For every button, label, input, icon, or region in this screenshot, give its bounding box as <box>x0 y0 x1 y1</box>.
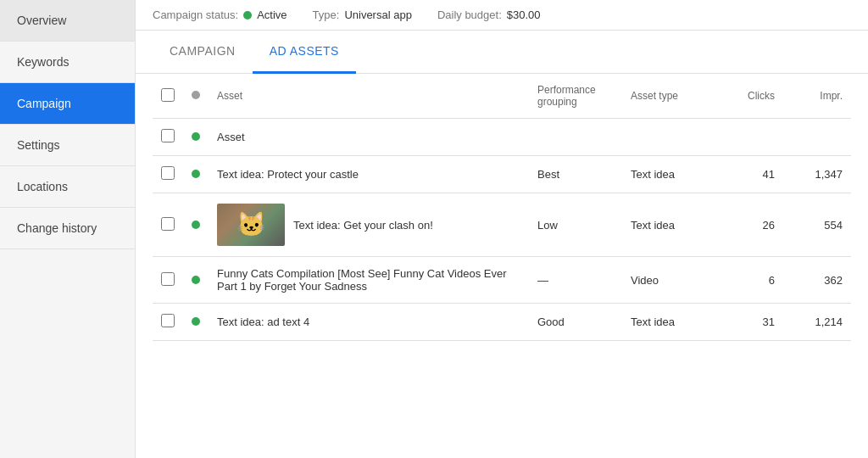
tab-campaign[interactable]: CAMPAIGN <box>153 31 253 74</box>
row-asset-cell: Text idea: Protect your castle <box>209 156 529 193</box>
row-performance-cell: Low <box>529 193 622 257</box>
type-value: Text idea <box>631 168 675 181</box>
sidebar-item-locations[interactable]: Locations <box>0 166 135 208</box>
row-status-cell <box>183 257 209 304</box>
budget-label: Daily budget: <box>437 8 502 21</box>
row-checkbox[interactable] <box>161 166 175 180</box>
row-type-cell <box>622 119 715 156</box>
row-checkbox-cell <box>153 304 183 341</box>
asset-name: Asset <box>217 131 245 143</box>
row-performance-cell: Best <box>529 156 622 193</box>
row-impr-cell: 362 <box>783 257 851 304</box>
table-area: Asset Performance grouping Asset type Cl… <box>136 74 868 458</box>
sidebar-item-label: Locations <box>17 180 68 193</box>
campaign-type: Type: Universal app <box>313 8 412 21</box>
budget-value: $30.00 <box>507 8 541 21</box>
table-header-row: Asset Performance grouping Asset type Cl… <box>153 74 851 119</box>
row-checkbox-cell <box>153 257 183 304</box>
campaign-status-label: Campaign status: <box>153 8 238 21</box>
row-asset-cell: Text idea: ad text 4 <box>209 304 529 341</box>
asset-name: Funny Cats Compilation [Most See] Funny … <box>217 267 507 293</box>
select-all-checkbox[interactable] <box>161 88 175 102</box>
col-header-status <box>183 74 209 119</box>
row-status-cell <box>183 304 209 341</box>
header-status-dot <box>192 91 200 99</box>
row-checkbox-cell <box>153 193 183 257</box>
asset-name: Text idea: ad text 4 <box>217 316 309 328</box>
daily-budget: Daily budget: $30.00 <box>437 8 541 21</box>
performance-value: Best <box>537 168 559 181</box>
sidebar-item-campaign[interactable]: Campaign <box>0 83 135 125</box>
row-type-cell: Text idea <box>622 304 715 341</box>
row-checkbox[interactable] <box>161 129 175 142</box>
table-row: Text idea: ad text 4 Good Text idea 31 1… <box>153 304 851 341</box>
impr-value: 362 <box>824 274 843 287</box>
type-value: Video <box>631 274 659 287</box>
row-status-dot <box>192 221 200 229</box>
status-dot-green <box>243 11 252 20</box>
col-header-type: Asset type <box>622 74 715 119</box>
row-status-dot <box>192 317 200 326</box>
clicks-value: 6 <box>769 274 775 287</box>
type-label: Type: <box>313 8 340 21</box>
type-value: Universal app <box>344 8 412 21</box>
type-value: Text idea <box>631 219 675 232</box>
row-type-cell: Text idea <box>622 156 715 193</box>
clicks-value: 31 <box>763 316 775 328</box>
col-header-asset: Asset <box>209 74 529 119</box>
row-impr-cell: 1,214 <box>783 304 851 341</box>
col-header-clicks: Clicks <box>715 74 783 119</box>
assets-table: Asset Performance grouping Asset type Cl… <box>153 74 851 341</box>
row-performance-cell: — <box>529 257 622 304</box>
col-header-checkbox <box>153 74 183 119</box>
row-checkbox[interactable] <box>161 217 175 231</box>
sidebar-item-label: Campaign <box>17 97 71 110</box>
campaign-status: Campaign status: Active <box>153 8 287 21</box>
col-header-impr: Impr. <box>783 74 851 119</box>
cat-image: 🐱 <box>236 213 266 237</box>
sidebar: Overview Keywords Campaign Settings Loca… <box>0 0 136 458</box>
impr-value: 554 <box>824 219 843 232</box>
type-value: Text idea <box>631 316 675 328</box>
table-row: Text idea: Protect your castle Best Text… <box>153 156 851 193</box>
col-header-performance: Performance grouping <box>529 74 622 119</box>
impr-value: 1,214 <box>815 316 843 328</box>
sidebar-item-label: Overview <box>17 14 66 27</box>
clicks-value: 41 <box>763 168 775 181</box>
clicks-value: 26 <box>763 219 775 232</box>
row-checkbox[interactable] <box>161 272 175 286</box>
tab-ad-assets[interactable]: AD ASSETS <box>253 31 356 74</box>
performance-value: Good <box>537 316 565 328</box>
table-row: 🐱 Text idea: Get your clash on! Low Text <box>153 193 851 257</box>
row-type-cell: Text idea <box>622 193 715 257</box>
video-thumbnail: 🐱 <box>217 204 285 246</box>
sidebar-item-change-history[interactable]: Change history <box>0 208 135 249</box>
tab-bar: CAMPAIGN AD ASSETS <box>136 31 868 74</box>
row-status-dot <box>192 132 200 141</box>
row-asset-cell: 🐱 Text idea: Get your clash on! <box>209 193 529 257</box>
row-impr-cell <box>783 119 851 156</box>
row-checkbox-cell <box>153 156 183 193</box>
row-checkbox[interactable] <box>161 314 175 327</box>
sidebar-item-keywords[interactable]: Keywords <box>0 42 135 83</box>
row-impr-cell: 554 <box>783 193 851 257</box>
performance-value: Low <box>537 219 558 232</box>
row-performance-cell: Good <box>529 304 622 341</box>
topbar: Campaign status: Active Type: Universal … <box>136 0 868 31</box>
row-status-cell <box>183 156 209 193</box>
impr-value: 1,347 <box>815 168 843 181</box>
row-checkbox-cell <box>153 119 183 156</box>
sidebar-item-settings[interactable]: Settings <box>0 125 135 166</box>
row-clicks-cell: 26 <box>715 193 783 257</box>
row-clicks-cell <box>715 119 783 156</box>
row-status-dot <box>192 170 200 178</box>
asset-name: Text idea: Protect your castle <box>217 168 359 181</box>
row-status-dot <box>192 276 200 284</box>
row-impr-cell: 1,347 <box>783 156 851 193</box>
campaign-status-value: Active <box>257 8 287 21</box>
main-content: Campaign status: Active Type: Universal … <box>136 0 868 458</box>
sidebar-item-overview[interactable]: Overview <box>0 0 135 42</box>
row-performance-cell <box>529 119 622 156</box>
sidebar-item-label: Settings <box>17 138 60 152</box>
table-row: Asset <box>153 119 851 156</box>
